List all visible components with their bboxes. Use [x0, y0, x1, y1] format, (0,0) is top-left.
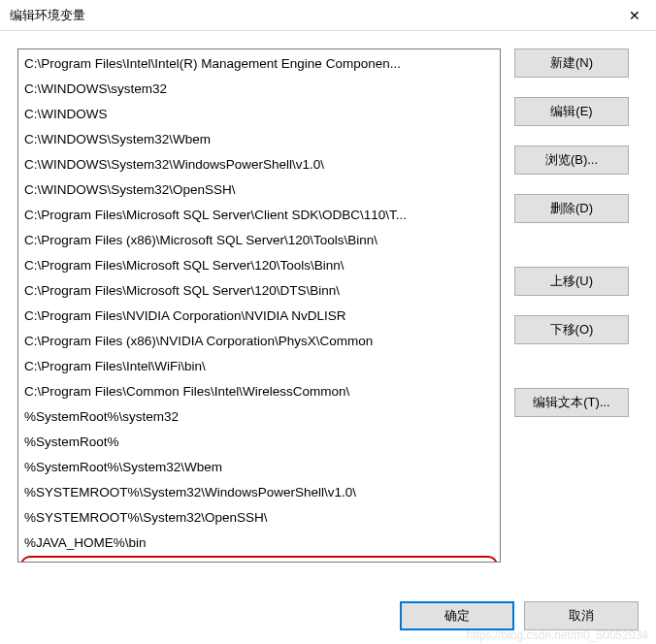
- titlebar: 编辑环境变量 ✕: [0, 0, 656, 31]
- list-item[interactable]: C:\Program Files\NVIDIA Corporation\NVID…: [18, 304, 500, 329]
- watermark: https://blog.csdn.net/m0_50052034: [467, 628, 648, 642]
- side-buttons: 新建(N) 编辑(E) 浏览(B)... 删除(D) 上移(U) 下移(O) 编…: [514, 48, 629, 584]
- list-item[interactable]: C:\WINDOWS\System32\WindowsPowerShell\v1…: [18, 152, 500, 177]
- list-item[interactable]: C:\Program Files\Microsoft SQL Server\Cl…: [18, 203, 500, 228]
- edittext-button[interactable]: 编辑文本(T)...: [514, 388, 629, 417]
- new-button[interactable]: 新建(N): [514, 48, 629, 78]
- list-item[interactable]: C:\WINDOWS\System32\OpenSSH\: [18, 177, 500, 203]
- list-item[interactable]: C:\WINDOWS: [18, 102, 500, 127]
- path-list-container: C:\Program Files\Intel\Intel(R) Manageme…: [17, 48, 501, 563]
- ok-button[interactable]: 确定: [400, 601, 514, 630]
- list-item[interactable]: %SYSTEMROOT%\System32\OpenSSH\: [18, 505, 500, 531]
- path-list[interactable]: C:\Program Files\Intel\Intel(R) Manageme…: [18, 49, 500, 562]
- list-item[interactable]: %SYSTEMROOT%\System32\WindowsPowerShell\…: [18, 480, 500, 505]
- list-item[interactable]: C:\Program Files (x86)\Microsoft SQL Ser…: [18, 228, 500, 253]
- list-item[interactable]: C:\Program Files (x86)\NVIDIA Corporatio…: [18, 329, 500, 354]
- list-item[interactable]: C:\Program Files\Microsoft SQL Server\12…: [18, 278, 500, 304]
- browse-button[interactable]: 浏览(B)...: [514, 145, 629, 175]
- list-item[interactable]: C:\WINDOWS\System32\Wbem: [18, 127, 500, 152]
- list-item[interactable]: %SystemRoot%\System32\Wbem: [18, 455, 500, 480]
- list-item[interactable]: C:\Program Files\Intel\WiFi\bin\: [18, 354, 500, 379]
- list-item[interactable]: C:\Program Files\Common Files\Intel\Wire…: [18, 379, 500, 404]
- list-item[interactable]: %JAVA_HOME%\bin: [18, 531, 500, 556]
- list-item[interactable]: %SystemRoot%\system32: [18, 404, 500, 430]
- content-area: C:\Program Files\Intel\Intel(R) Manageme…: [0, 31, 656, 584]
- close-icon: ✕: [629, 8, 640, 23]
- movedown-button[interactable]: 下移(O): [514, 315, 629, 344]
- dialog-title: 编辑环境变量: [10, 7, 85, 24]
- delete-button[interactable]: 删除(D): [514, 194, 629, 223]
- edit-button[interactable]: 编辑(E): [514, 97, 629, 126]
- close-button[interactable]: ✕: [612, 0, 656, 31]
- list-item[interactable]: C:\Program Files\Microsoft SQL Server\12…: [18, 253, 500, 278]
- cancel-button[interactable]: 取消: [524, 601, 639, 630]
- list-item[interactable]: %SystemRoot%: [18, 430, 500, 455]
- dialog-footer: 确定 取消: [400, 601, 639, 630]
- moveup-button[interactable]: 上移(U): [514, 267, 629, 296]
- list-item[interactable]: C:\Program Files\Intel\Intel(R) Manageme…: [18, 51, 500, 77]
- list-item[interactable]: %MYSQL_HOME%\bin: [20, 556, 498, 562]
- list-item[interactable]: C:\WINDOWS\system32: [18, 77, 500, 102]
